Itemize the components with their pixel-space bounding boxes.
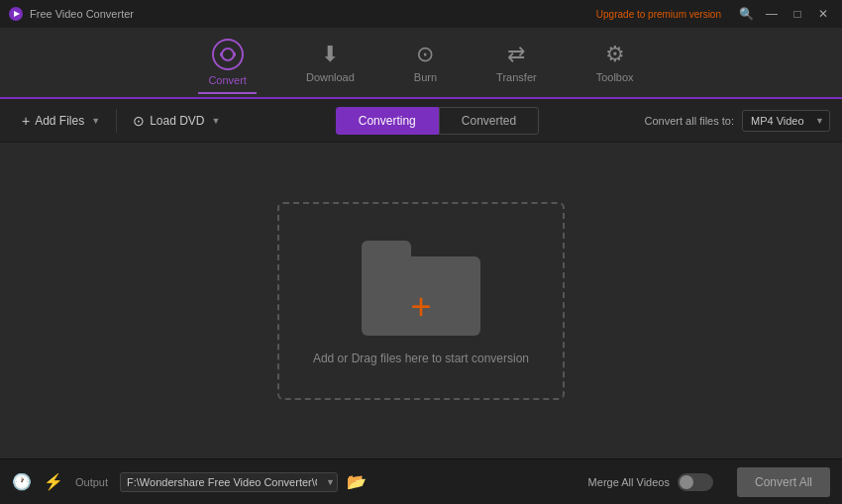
search-button[interactable]: 🔍 (735, 6, 757, 22)
open-folder-button[interactable]: 📂 (347, 472, 367, 491)
plus-icon: + (410, 288, 431, 324)
output-label: Output (75, 476, 108, 488)
output-path-wrapper: ▼ (120, 472, 335, 492)
nav-item-download[interactable]: ⬇ Download (296, 36, 365, 89)
tabs-area: Converting Converted (230, 107, 644, 135)
nav-label-download: Download (306, 71, 355, 83)
speed-icon[interactable]: ⚡ (44, 472, 63, 491)
app-body: Free Video Converter Upgrade to premium … (0, 0, 842, 504)
title-bar-right: Upgrade to premium version 🔍 — □ ✕ (596, 6, 834, 22)
convert-all-area: Convert all files to: MP4 Video AVI Vide… (645, 110, 830, 132)
nav-label-convert: Convert (208, 74, 247, 86)
load-dvd-dropdown-icon[interactable]: ▼ (212, 116, 221, 126)
nav-item-transfer[interactable]: ⇄ Transfer (486, 36, 547, 89)
main-content: + Add or Drag files here to start conver… (0, 143, 842, 458)
folder-tab (362, 241, 411, 256)
format-select-wrapper: MP4 Video AVI Video MOV Video MKV Video … (742, 110, 830, 132)
folder-icon-wrap: + (362, 237, 480, 336)
burn-icon: ⊙ (416, 42, 434, 67)
toolbox-icon: ⚙ (605, 42, 625, 67)
add-files-icon: + (22, 113, 30, 129)
history-icon[interactable]: 🕐 (12, 472, 32, 491)
nav-item-burn[interactable]: ⊙ Burn (404, 36, 447, 89)
convert-all-label: Convert all files to: (645, 115, 734, 127)
load-dvd-button[interactable]: ⊙ Load DVD ▼ (123, 108, 230, 134)
add-files-button[interactable]: + Add Files ▼ (12, 108, 110, 134)
drop-zone-label: Add or Drag files here to start conversi… (313, 352, 529, 365)
close-button[interactable]: ✕ (812, 6, 834, 22)
nav-bar: Convert ⬇ Download ⊙ Burn ⇄ Transfer ⚙ T… (0, 28, 842, 99)
tab-converted[interactable]: Converted (439, 107, 539, 135)
output-path-input[interactable] (120, 472, 338, 492)
load-dvd-label: Load DVD (150, 114, 204, 128)
merge-toggle[interactable] (678, 473, 713, 491)
add-files-dropdown-icon[interactable]: ▼ (91, 116, 100, 126)
nav-label-burn: Burn (414, 71, 437, 83)
nav-label-toolbox: Toolbox (596, 71, 634, 83)
convert-all-button[interactable]: Convert All (737, 467, 830, 497)
format-select[interactable]: MP4 Video AVI Video MOV Video MKV Video … (742, 110, 830, 132)
transfer-icon: ⇄ (507, 42, 525, 67)
merge-area: Merge All Videos (588, 473, 713, 491)
title-bar-left: Free Video Converter (8, 6, 134, 22)
nav-item-toolbox[interactable]: ⚙ Toolbox (586, 36, 644, 89)
app-title: Free Video Converter (30, 8, 134, 20)
toolbar: + Add Files ▼ ⊙ Load DVD ▼ Converting Co… (0, 99, 842, 143)
title-bar: Free Video Converter Upgrade to premium … (0, 0, 842, 28)
download-icon: ⬇ (321, 42, 339, 67)
merge-toggle-knob (680, 475, 693, 489)
convert-svg-icon (220, 47, 236, 62)
nav-item-convert[interactable]: Convert (198, 33, 257, 94)
app-logo-icon (8, 6, 24, 22)
convert-circle-icon (212, 39, 244, 70)
merge-label: Merge All Videos (588, 476, 670, 488)
minimize-button[interactable]: — (761, 6, 783, 22)
svg-marker-3 (220, 51, 222, 57)
upgrade-link[interactable]: Upgrade to premium version (596, 9, 721, 20)
maximize-button[interactable]: □ (787, 6, 808, 22)
tab-converting[interactable]: Converting (336, 107, 439, 135)
folder-body: + (362, 256, 480, 336)
status-bar: 🕐 ⚡ Output ▼ 📂 Merge All Videos Convert … (0, 458, 842, 504)
drop-zone[interactable]: + Add or Drag files here to start conver… (277, 202, 565, 400)
toolbar-divider-1 (116, 109, 117, 133)
nav-label-transfer: Transfer (496, 71, 537, 83)
load-dvd-icon: ⊙ (133, 113, 145, 129)
add-files-label: Add Files (35, 114, 84, 128)
